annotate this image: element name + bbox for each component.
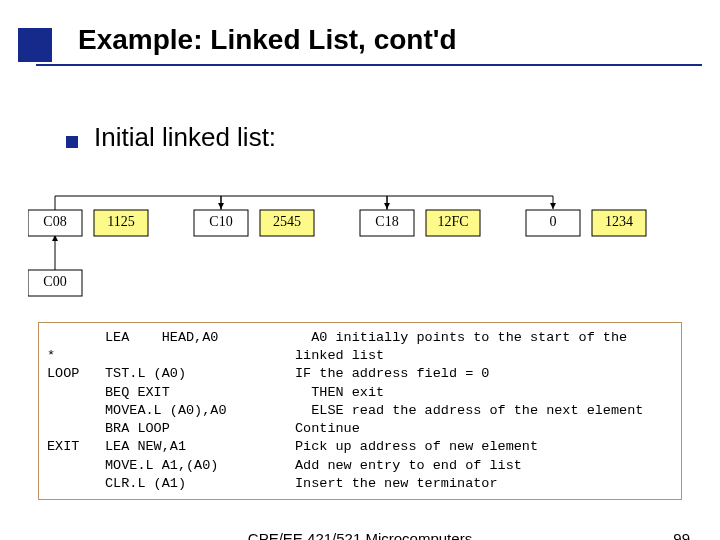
n0-data: 1125 bbox=[107, 214, 134, 229]
n3-addr: 0 bbox=[550, 214, 557, 229]
row4: MOVEA.L (A0),A0 ELSE read the address of… bbox=[47, 403, 643, 418]
n1-data: 2545 bbox=[273, 214, 301, 229]
code-listing: LEA HEAD,A0 A0 initially points to the s… bbox=[38, 322, 682, 500]
n2-data: 12FC bbox=[437, 214, 468, 229]
row0: LEA HEAD,A0 A0 initially points to the s… bbox=[47, 330, 627, 345]
row7: MOVE.L A1,(A0)Add new entry to end of li… bbox=[47, 458, 522, 473]
row6: EXITLEA NEW,A1Pick up address of new ele… bbox=[47, 439, 538, 454]
title-accent-square bbox=[18, 28, 52, 62]
row2: LOOPTST.L (A0)IF the address field = 0 bbox=[47, 366, 489, 381]
row5: BRA LOOPContinue bbox=[47, 421, 360, 436]
footer-center: CPE/EE 421/521 Microcomputers bbox=[0, 530, 720, 540]
n2-addr: C18 bbox=[375, 214, 398, 229]
subhead-text: Initial linked list: bbox=[94, 122, 276, 153]
n1-addr: C10 bbox=[209, 214, 232, 229]
row3: BEQ EXIT THEN exit bbox=[47, 385, 384, 400]
n3-data: 1234 bbox=[605, 214, 633, 229]
n0-addr: C08 bbox=[43, 214, 66, 229]
row1: *linked list bbox=[47, 348, 384, 363]
slide-number: 99 bbox=[673, 530, 690, 540]
slide-title: Example: Linked List, cont'd bbox=[78, 24, 457, 56]
title-underline bbox=[36, 64, 702, 66]
title-bar: Example: Linked List, cont'd bbox=[18, 24, 702, 68]
row8: CLR.L (A1)Insert the new terminator bbox=[47, 476, 498, 491]
linked-list-diagram: C00 C08 1125 C10 2545 C18 12FC 0 1234 bbox=[28, 190, 698, 310]
bullet-icon bbox=[66, 136, 78, 148]
head-cell: C00 bbox=[43, 274, 66, 289]
